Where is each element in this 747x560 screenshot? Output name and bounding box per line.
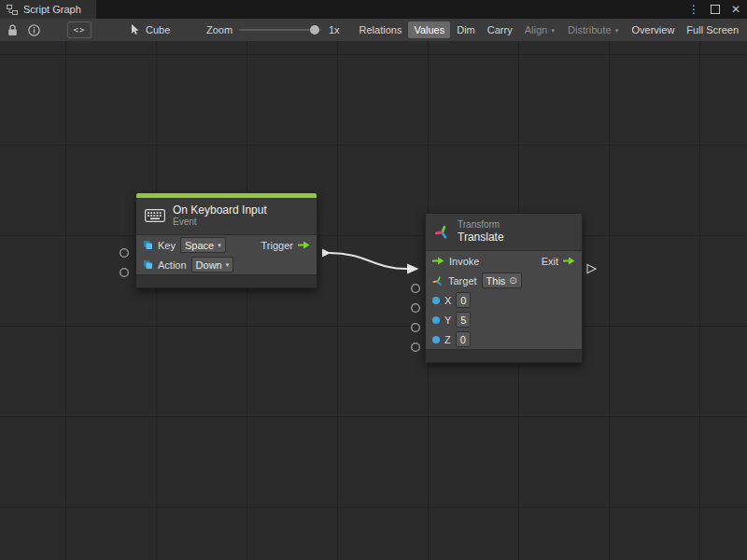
overview-button[interactable]: Overview bbox=[627, 21, 681, 38]
values-button[interactable]: Values bbox=[408, 21, 450, 38]
z-row: Z 0 bbox=[426, 329, 582, 349]
node-on-keyboard-input[interactable]: On Keyboard Input Event Key Space ▾ Trig… bbox=[135, 192, 317, 288]
carry-button[interactable]: Carry bbox=[482, 21, 518, 38]
port-trigger-output[interactable] bbox=[322, 249, 331, 258]
node-title: Translate bbox=[458, 231, 504, 244]
chevron-down-icon: ▼ bbox=[614, 28, 620, 34]
target-row: Target This ⊙ bbox=[426, 271, 582, 290]
dim-label: Dim bbox=[457, 24, 475, 35]
script-graph-tab[interactable]: Script Graph bbox=[0, 0, 96, 19]
z-label: Z bbox=[444, 334, 451, 345]
full-screen-button[interactable]: Full Screen bbox=[681, 21, 744, 38]
node-category: Transform bbox=[458, 219, 504, 231]
node-header-text: Transform Translate bbox=[458, 219, 504, 244]
titlebar: Script Graph ⋮ ✕ bbox=[0, 0, 747, 19]
zoom-value: 1x bbox=[329, 19, 340, 41]
x-label: X bbox=[444, 295, 451, 306]
align-label: Align bbox=[525, 24, 547, 35]
port-action-input[interactable] bbox=[120, 269, 129, 277]
float-port-icon bbox=[432, 336, 440, 343]
port-key-input[interactable] bbox=[120, 249, 129, 258]
node-rows: Invoke Exit Target This ⊙ bbox=[426, 251, 582, 349]
code-icon: <> bbox=[67, 21, 92, 38]
script-graph-icon bbox=[7, 5, 18, 15]
invoke-exit-row: Invoke Exit bbox=[426, 251, 582, 271]
values-label: Values bbox=[414, 24, 444, 35]
zoom-slider-track[interactable] bbox=[239, 29, 321, 31]
tab-title: Script Graph bbox=[23, 4, 81, 15]
edit-script-button[interactable]: <> bbox=[67, 19, 92, 41]
keyboard-icon bbox=[145, 209, 165, 222]
zoom-slider-handle[interactable] bbox=[310, 25, 319, 35]
port-y-input[interactable] bbox=[412, 324, 420, 332]
full-screen-label: Full Screen bbox=[686, 24, 739, 35]
info-button[interactable] bbox=[28, 19, 40, 41]
trigger-label: Trigger bbox=[261, 240, 293, 251]
x-value-field[interactable]: 0 bbox=[456, 292, 471, 308]
press-state-type-icon bbox=[143, 259, 153, 270]
invoke-label: Invoke bbox=[449, 256, 479, 267]
relations-button[interactable]: Relations bbox=[354, 21, 408, 38]
z-value-field[interactable]: 0 bbox=[456, 331, 471, 347]
port-z-input[interactable] bbox=[412, 343, 420, 352]
close-icon[interactable]: ✕ bbox=[731, 3, 740, 16]
node-header[interactable]: Transform Translate bbox=[426, 214, 582, 251]
flow-arrow-icon bbox=[432, 257, 444, 265]
maximize-icon[interactable] bbox=[711, 5, 720, 14]
target-name: Cube bbox=[146, 24, 170, 35]
window-controls: ⋮ ✕ bbox=[688, 0, 740, 19]
target-object-chip[interactable]: This ⊙ bbox=[482, 273, 522, 288]
zoom-slider[interactable] bbox=[239, 19, 321, 41]
distribute-button[interactable]: Distribute ▼ bbox=[562, 21, 625, 38]
lock-icon bbox=[7, 24, 18, 36]
y-value-field[interactable]: 5 bbox=[456, 312, 471, 328]
node-transform-translate[interactable]: Transform Translate Invoke Exit bbox=[425, 213, 583, 363]
key-label: Key bbox=[158, 240, 176, 251]
graph-target[interactable]: Cube bbox=[131, 19, 170, 41]
port-x-input[interactable] bbox=[412, 304, 420, 313]
dim-button[interactable]: Dim bbox=[451, 21, 481, 38]
action-label: Action bbox=[158, 259, 187, 271]
connection-trigger-to-invoke[interactable] bbox=[330, 253, 407, 269]
zoom-label: Zoom bbox=[206, 19, 233, 41]
keycode-type-icon bbox=[143, 240, 153, 250]
node-header[interactable]: On Keyboard Input Event bbox=[136, 198, 317, 235]
node-footer bbox=[136, 274, 317, 287]
y-row: Y 5 bbox=[426, 310, 582, 329]
x-row: X 0 bbox=[426, 290, 582, 310]
float-port-icon bbox=[432, 297, 440, 304]
overview-label: Overview bbox=[632, 24, 675, 35]
relations-label: Relations bbox=[359, 24, 402, 35]
distribute-label: Distribute bbox=[568, 24, 611, 35]
info-icon bbox=[28, 24, 40, 36]
align-button[interactable]: Align ▼ bbox=[519, 21, 561, 38]
pane-menu-icon[interactable]: ⋮ bbox=[688, 3, 699, 16]
float-port-icon bbox=[432, 316, 440, 324]
flow-arrow-icon bbox=[298, 241, 310, 249]
exit-label: Exit bbox=[542, 256, 558, 267]
action-row: Action Down ▾ bbox=[136, 255, 317, 274]
y-label: Y bbox=[444, 315, 451, 326]
toolbar-buttons: Relations Values Dim Carry Align ▼ Distr… bbox=[354, 19, 744, 41]
graph-toolbar: <> Cube Zoom 1x Relations Values Dim Car… bbox=[0, 19, 747, 42]
key-row: Key Space ▾ Trigger bbox=[136, 235, 317, 255]
node-subtitle: Event bbox=[173, 217, 267, 228]
node-title: On Keyboard Input bbox=[173, 203, 267, 217]
node-footer bbox=[426, 349, 582, 362]
chevron-down-icon: ▾ bbox=[226, 261, 230, 269]
graph-canvas[interactable]: On Keyboard Input Event Key Space ▾ Trig… bbox=[0, 41, 747, 560]
port-invoke-input[interactable] bbox=[407, 264, 419, 274]
lock-button[interactable] bbox=[7, 19, 18, 41]
action-dropdown[interactable]: Down ▾ bbox=[191, 257, 234, 273]
wires-layer bbox=[0, 41, 747, 560]
pick-cursor-icon bbox=[131, 24, 141, 35]
action-value: Down bbox=[196, 259, 222, 271]
node-header-text: On Keyboard Input Event bbox=[173, 203, 267, 228]
target-label: Target bbox=[448, 275, 477, 287]
carry-label: Carry bbox=[487, 24, 513, 35]
port-target-input[interactable] bbox=[412, 285, 420, 293]
key-dropdown[interactable]: Space ▾ bbox=[180, 237, 226, 253]
key-value: Space bbox=[185, 240, 214, 251]
port-exit-output[interactable] bbox=[587, 265, 596, 273]
target-value: This bbox=[486, 275, 506, 287]
